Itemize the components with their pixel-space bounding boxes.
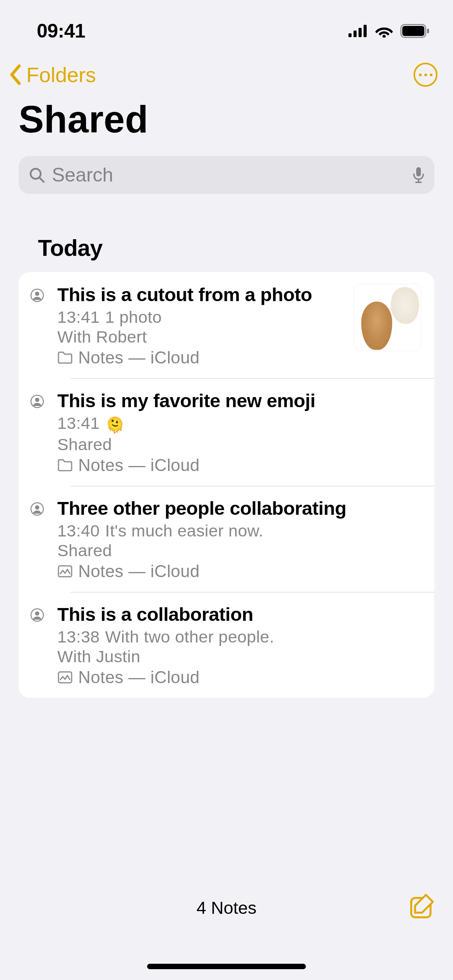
svg-line-9: [39, 178, 44, 182]
nav-bar: Folders: [0, 46, 453, 91]
svg-point-18: [35, 505, 39, 510]
note-item[interactable]: Three other people collaborating 13:40It…: [19, 486, 434, 592]
note-time: 13:41: [57, 308, 100, 326]
note-content: Three other people collaborating 13:40It…: [57, 497, 421, 581]
cellular-icon: [348, 25, 368, 37]
compose-button[interactable]: [409, 893, 435, 920]
svg-point-16: [35, 398, 39, 402]
note-shared-with: With Justin: [57, 647, 421, 666]
chevron-left-icon: [8, 64, 23, 85]
svg-rect-3: [364, 25, 367, 37]
status-time: 09:41: [37, 20, 85, 42]
note-title: This is a cutout from a photo: [57, 284, 346, 305]
note-location-text: Notes — iCloud: [78, 456, 200, 475]
svg-rect-19: [58, 566, 72, 577]
svg-rect-1: [353, 31, 357, 37]
svg-rect-0: [348, 33, 352, 37]
note-shared-with: Shared: [57, 541, 421, 560]
search-input[interactable]: Search: [19, 156, 434, 194]
svg-rect-10: [416, 167, 421, 176]
status-icons: [348, 24, 430, 38]
status-bar: 09:41: [0, 0, 453, 46]
note-item[interactable]: This is a collaboration 13:38With two ot…: [19, 592, 434, 698]
folder-icon: [57, 351, 73, 364]
note-title: This is a collaboration: [57, 603, 421, 625]
back-button[interactable]: Folders: [8, 63, 96, 87]
note-location: Notes — iCloud: [57, 348, 346, 367]
note-content: This is my favorite new emoji 13:41🫠 Sha…: [57, 390, 421, 475]
svg-point-14: [35, 292, 39, 296]
note-location-text: Notes — iCloud: [78, 562, 200, 581]
note-time: 13:41: [57, 414, 100, 432]
note-thumbnail: [354, 284, 421, 351]
note-shared-with: Shared: [57, 435, 421, 454]
note-preview: 1 photo: [105, 308, 162, 326]
svg-rect-2: [359, 28, 362, 37]
section-header: Today: [0, 194, 453, 272]
note-meta: 13:38With two other people.: [57, 627, 421, 646]
note-location-text: Notes — iCloud: [78, 668, 200, 687]
note-location-text: Notes — iCloud: [78, 348, 200, 367]
note-location: Notes — iCloud: [57, 562, 421, 581]
note-location: Notes — iCloud: [57, 456, 421, 475]
note-content: This is a collaboration 13:38With two ot…: [57, 603, 421, 687]
svg-rect-7: [427, 29, 429, 33]
note-preview: It's much easier now.: [105, 521, 264, 540]
note-item[interactable]: This is my favorite new emoji 13:41🫠 Sha…: [19, 378, 434, 486]
person-circle-icon: [30, 394, 44, 408]
note-time: 13:40: [57, 521, 100, 540]
search-icon: [29, 167, 45, 183]
microphone-icon[interactable]: [413, 166, 424, 183]
home-indicator[interactable]: [147, 964, 306, 969]
svg-point-4: [383, 35, 386, 38]
notes-list: This is a cutout from a photo 13:411 pho…: [19, 272, 434, 698]
note-content: This is a cutout from a photo 13:411 pho…: [57, 284, 346, 367]
notes-count: 4 Notes: [196, 898, 256, 918]
person-circle-icon: [30, 288, 44, 302]
svg-rect-22: [58, 672, 72, 683]
back-label: Folders: [26, 63, 96, 87]
note-meta: 13:40It's much easier now.: [57, 521, 421, 540]
folder-icon: [57, 459, 73, 472]
note-preview: With two other people.: [105, 627, 275, 646]
note-time: 13:38: [57, 627, 100, 646]
svg-rect-6: [402, 26, 424, 36]
gallery-icon: [57, 671, 73, 684]
person-circle-icon: [30, 502, 44, 516]
wifi-icon: [375, 24, 393, 38]
gallery-icon: [57, 565, 73, 578]
more-button[interactable]: [414, 63, 438, 87]
page-title: Shared: [0, 91, 453, 149]
note-item[interactable]: This is a cutout from a photo 13:411 pho…: [19, 272, 434, 378]
note-title: Three other people collaborating: [57, 497, 421, 519]
note-meta: 13:411 photo: [57, 308, 346, 327]
note-shared-with: With Robert: [57, 327, 346, 346]
person-circle-icon: [30, 608, 44, 622]
note-meta: 13:41🫠: [57, 414, 421, 434]
battery-icon: [400, 24, 430, 38]
note-location: Notes — iCloud: [57, 668, 421, 687]
note-preview-emoji: 🫠: [105, 416, 125, 433]
search-placeholder: Search: [52, 164, 406, 186]
note-title: This is my favorite new emoji: [57, 390, 421, 411]
svg-point-21: [35, 612, 39, 616]
ellipsis-icon: [419, 74, 422, 76]
